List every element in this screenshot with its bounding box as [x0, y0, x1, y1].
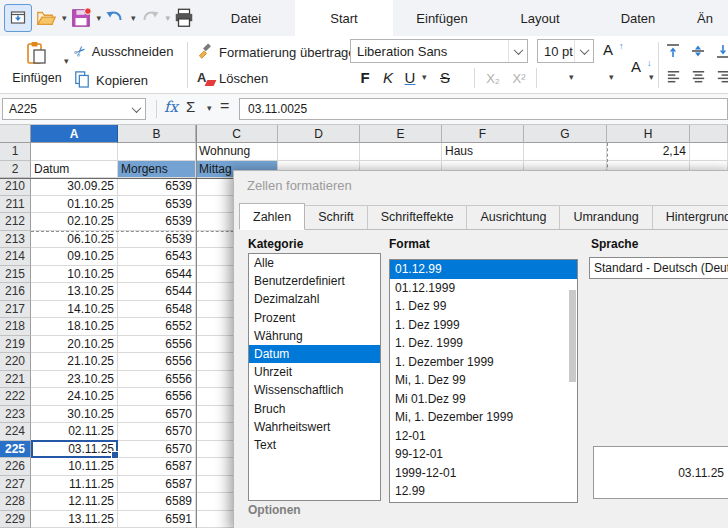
- cell-H1[interactable]: 2,14: [607, 143, 690, 161]
- cell-B1[interactable]: [118, 143, 196, 161]
- category-item[interactable]: Dezimalzahl: [249, 290, 380, 308]
- column-header-B[interactable]: B: [118, 125, 196, 143]
- cell-B211[interactable]: 6539: [118, 196, 196, 214]
- chevron-down-icon[interactable]: [127, 99, 145, 119]
- cell-A221[interactable]: 23.10.25: [31, 371, 118, 389]
- scrollbar-thumb[interactable]: [569, 290, 576, 382]
- cell-B212[interactable]: 6539: [118, 213, 196, 231]
- equals-icon[interactable]: =: [220, 97, 229, 115]
- strikethrough-button[interactable]: S: [434, 66, 456, 88]
- row-header-1[interactable]: 1: [0, 143, 31, 161]
- format-item[interactable]: Mi, 1. Dezember 1999: [390, 408, 577, 427]
- format-item[interactable]: 1. Dezember 1999: [390, 353, 577, 372]
- bold-button[interactable]: F: [354, 66, 376, 88]
- formula-input[interactable]: 03.11.0025: [239, 98, 728, 120]
- column-header-C[interactable]: C: [196, 125, 278, 143]
- save-dropdown-arrow[interactable]: ▾: [97, 13, 102, 23]
- chevron-down-icon[interactable]: [574, 40, 593, 62]
- row-header-216[interactable]: 216: [0, 283, 31, 301]
- row-header-227[interactable]: 227: [0, 476, 31, 494]
- row-header-229[interactable]: 229: [0, 511, 31, 528]
- cell-B227[interactable]: 6587: [118, 476, 196, 494]
- category-item[interactable]: Währung: [249, 327, 380, 345]
- category-item[interactable]: Text: [249, 436, 380, 454]
- chevron-down-icon[interactable]: [508, 40, 527, 62]
- cell-A216[interactable]: 13.10.25: [31, 283, 118, 301]
- cell-B2[interactable]: Morgens: [118, 161, 196, 179]
- column-header-partial[interactable]: [690, 125, 728, 143]
- format-item[interactable]: 1999-12-01: [390, 464, 577, 483]
- row-header-223[interactable]: 223: [0, 406, 31, 424]
- ribbon-tab-start[interactable]: Start: [295, 0, 393, 36]
- cell-B214[interactable]: 6543: [118, 248, 196, 266]
- select-all-corner[interactable]: [0, 125, 31, 143]
- cell-B222[interactable]: 6556: [118, 388, 196, 406]
- cell-B226[interactable]: 6587: [118, 458, 196, 476]
- dialog-tab-zahlen[interactable]: Zahlen: [239, 203, 305, 230]
- save-button[interactable]: [68, 4, 94, 32]
- cell-B228[interactable]: 6589: [118, 493, 196, 511]
- cell-partial1[interactable]: [690, 143, 728, 161]
- column-header-A[interactable]: A: [31, 125, 118, 143]
- row-header-224[interactable]: 224: [0, 423, 31, 441]
- clear-formatting-button[interactable]: A Löschen: [197, 70, 268, 86]
- row-header-220[interactable]: 220: [0, 353, 31, 371]
- row-header-213[interactable]: 213: [0, 231, 31, 249]
- cell-A213[interactable]: 06.10.25: [31, 231, 118, 249]
- cell-A217[interactable]: 14.10.25: [31, 301, 118, 319]
- category-item[interactable]: Bruch: [249, 400, 380, 418]
- format-item[interactable]: Mi, 1. Dez 99: [390, 371, 577, 390]
- row-header-228[interactable]: 228: [0, 493, 31, 511]
- language-combobox[interactable]: Standard - Deutsch (Deuts: [589, 257, 728, 279]
- row-header-210[interactable]: 210: [0, 178, 31, 196]
- format-item[interactable]: 01.12.99: [390, 260, 577, 279]
- name-box[interactable]: A225: [2, 98, 146, 120]
- paste-button[interactable]: Einfügen: [8, 40, 66, 85]
- row-header-222[interactable]: 222: [0, 388, 31, 406]
- underline-dropdown-arrow[interactable]: ▾: [422, 72, 427, 82]
- function-wizard-icon[interactable]: fx: [164, 98, 178, 116]
- category-item[interactable]: Prozent: [249, 309, 380, 327]
- undo-dropdown-arrow[interactable]: ▾: [131, 13, 136, 23]
- cell-E1[interactable]: [360, 143, 442, 161]
- format-item[interactable]: 99-12-01: [390, 445, 577, 464]
- cell-A228[interactable]: 12.11.25: [31, 493, 118, 511]
- cell-C1[interactable]: Wohnung: [196, 143, 278, 161]
- sum-dropdown-arrow[interactable]: ▾: [207, 103, 212, 113]
- row-header-221[interactable]: 221: [0, 371, 31, 389]
- font-size-combobox[interactable]: 10 pt: [537, 39, 594, 63]
- cell-B217[interactable]: 6548: [118, 301, 196, 319]
- format-item[interactable]: 12.99: [390, 482, 577, 501]
- cell-B221[interactable]: 6556: [118, 371, 196, 389]
- dialog-tab-schrift[interactable]: Schrift: [304, 205, 367, 229]
- align-center-button[interactable]: [690, 68, 707, 88]
- row-header-212[interactable]: 212: [0, 213, 31, 231]
- font-color-dropdown-arrow[interactable]: ▾: [649, 72, 654, 82]
- dialog-tab-schrifteffekte[interactable]: Schrifteffekte: [367, 205, 468, 229]
- dialog-tab-umrandung[interactable]: Umrandung: [559, 205, 652, 229]
- dialog-tab-ausrichtung[interactable]: Ausrichtung: [466, 205, 560, 229]
- cell-A211[interactable]: 01.10.25: [31, 196, 118, 214]
- center-vertically-button[interactable]: [689, 42, 707, 63]
- category-item[interactable]: Uhrzeit: [249, 363, 380, 381]
- row-header-217[interactable]: 217: [0, 301, 31, 319]
- row-header-219[interactable]: 219: [0, 336, 31, 354]
- cell-A210[interactable]: 30.09.25: [31, 178, 118, 196]
- cell-D1[interactable]: [278, 143, 360, 161]
- ribbon-tab-än[interactable]: Än: [687, 0, 728, 36]
- align-left-button[interactable]: [665, 68, 682, 88]
- row-header-214[interactable]: 214: [0, 248, 31, 266]
- cell-B210[interactable]: 6539: [118, 178, 196, 196]
- format-item[interactable]: 01.12.1999: [390, 279, 577, 298]
- ribbon-tab-datei[interactable]: Datei: [197, 0, 295, 36]
- cell-A226[interactable]: 10.11.25: [31, 458, 118, 476]
- background-color-dropdown-arrow[interactable]: ▾: [609, 72, 614, 82]
- fill-handle[interactable]: [111, 451, 119, 459]
- paste-dropdown-arrow[interactable]: ▾: [64, 56, 69, 66]
- cell-A1[interactable]: [31, 143, 118, 161]
- cell-B225[interactable]: 6570: [118, 441, 196, 459]
- category-listbox[interactable]: AlleBenutzerdefiniertDezimalzahlProzentW…: [248, 253, 381, 501]
- borders-dropdown-arrow[interactable]: ▾: [569, 72, 574, 82]
- open-button[interactable]: [33, 4, 59, 32]
- category-item[interactable]: Wahrheitswert: [249, 418, 380, 436]
